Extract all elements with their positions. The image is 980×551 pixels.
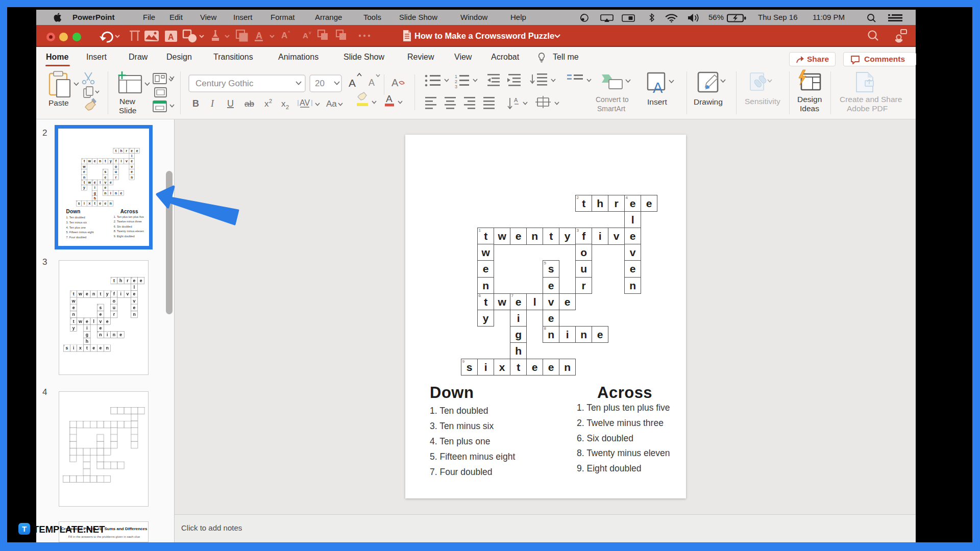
svg-text:Adobe PDF: Adobe PDF — [847, 104, 888, 113]
svg-text:Design: Design — [797, 95, 822, 104]
svg-text:Aa: Aa — [326, 99, 337, 109]
svg-text:A: A — [256, 31, 262, 41]
svg-text:A: A — [391, 77, 399, 88]
svg-text:Drawing: Drawing — [694, 97, 723, 106]
svg-text:2: 2 — [455, 79, 457, 84]
svg-text:2: 2 — [269, 98, 272, 104]
svg-text:A: A — [386, 93, 393, 104]
svg-text:A: A — [349, 77, 356, 89]
svg-text:Slide: Slide — [119, 106, 136, 115]
svg-text:A: A — [653, 80, 663, 96]
svg-text:B: B — [192, 98, 199, 109]
svg-text:A: A — [281, 31, 287, 40]
svg-text:^: ^ — [288, 30, 290, 35]
svg-text:New: New — [119, 97, 136, 106]
svg-text:ab: ab — [244, 99, 254, 109]
svg-text:I: I — [210, 98, 214, 109]
svg-text:x: x — [264, 99, 269, 109]
svg-text:A: A — [369, 78, 375, 88]
svg-text:3: 3 — [455, 84, 457, 89]
svg-text:SmartArt: SmartArt — [597, 105, 625, 113]
svg-text:Insert: Insert — [647, 97, 667, 106]
svg-text:v: v — [309, 30, 311, 35]
svg-text:A: A — [168, 33, 174, 41]
svg-text:Sensitivity: Sensitivity — [745, 97, 780, 106]
svg-text:Convert to: Convert to — [596, 95, 629, 104]
svg-text:A: A — [303, 31, 308, 40]
svg-text:2: 2 — [286, 104, 289, 110]
svg-text:Century Gothic: Century Gothic — [195, 79, 254, 88]
svg-text:20: 20 — [315, 79, 325, 88]
svg-text:Paste: Paste — [48, 98, 69, 107]
svg-text:1: 1 — [455, 74, 457, 79]
svg-text:AV: AV — [300, 98, 310, 107]
svg-text:A: A — [514, 97, 518, 103]
svg-text:U: U — [227, 98, 234, 109]
svg-text:Ideas: Ideas — [800, 104, 819, 113]
svg-text:Create and Share: Create and Share — [840, 95, 902, 104]
svg-text:x: x — [281, 99, 286, 109]
